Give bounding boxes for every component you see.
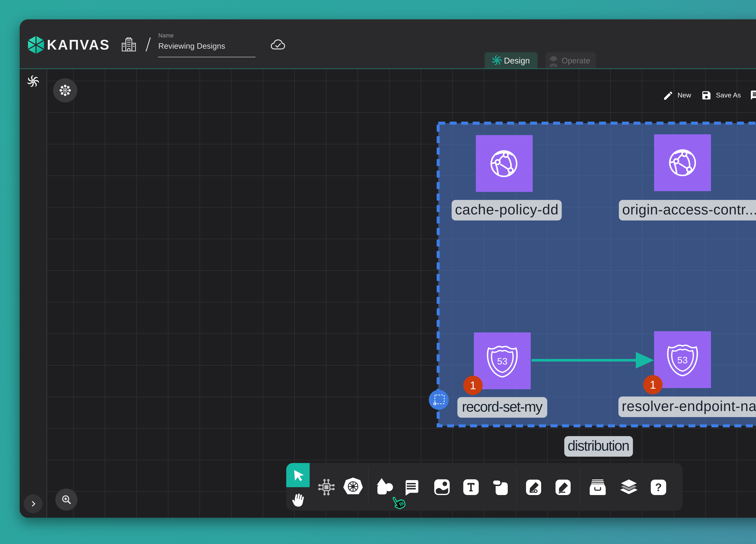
svg-text:53: 53 [497, 356, 508, 366]
svg-text:resolver-endpoint-na: resolver-endpoint-na [622, 398, 756, 414]
svg-text:?: ? [655, 481, 662, 493]
svg-text:New: New [678, 91, 691, 99]
svg-text:cache-policy-dd: cache-policy-dd [455, 202, 558, 218]
svg-text:record-set-my: record-set-my [462, 399, 543, 415]
svg-text:Save As: Save As [716, 91, 741, 99]
svg-text:distribution: distribution [568, 438, 630, 454]
svg-text:1: 1 [650, 378, 656, 391]
svg-text:origin-access-contr...: origin-access-contr... [622, 202, 756, 218]
svg-text:Design: Design [504, 56, 530, 65]
svg-text:1: 1 [470, 379, 476, 392]
svg-text:Operate: Operate [562, 56, 590, 65]
